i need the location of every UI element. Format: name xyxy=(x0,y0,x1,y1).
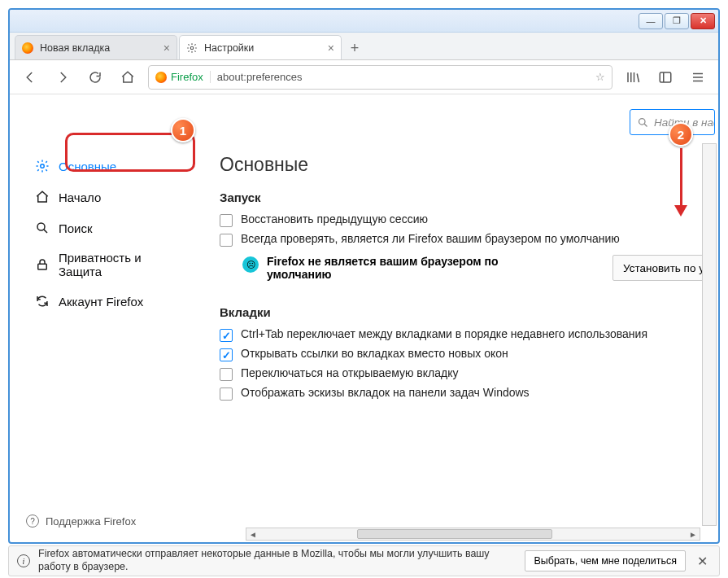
annotation-arrow-head xyxy=(674,205,687,217)
option-always-check-default[interactable]: Всегда проверять, является ли Firefox ва… xyxy=(220,232,710,247)
tab-close-icon[interactable]: × xyxy=(328,42,334,55)
menu-button[interactable] xyxy=(686,65,710,90)
option-label: Открывать ссылки во вкладках вместо новы… xyxy=(241,347,508,360)
page-title: Основные xyxy=(220,154,710,176)
window-minimize-button[interactable]: — xyxy=(639,13,663,29)
back-button[interactable] xyxy=(18,65,42,90)
default-browser-row: ☹ Firefox не является вашим браузером по… xyxy=(242,255,710,281)
scroll-thumb[interactable] xyxy=(357,529,552,539)
identity-label: Firefox xyxy=(171,71,203,83)
svg-point-0 xyxy=(190,46,194,50)
option-ctrl-tab[interactable]: Ctrl+Tab переключает между вкладками в п… xyxy=(220,327,710,342)
scroll-right-arrow[interactable]: ► xyxy=(687,528,700,540)
identity-box: Firefox xyxy=(155,71,211,83)
option-label: Восстановить предыдущую сессию xyxy=(241,212,428,226)
support-link[interactable]: ? Поддержка Firefox xyxy=(26,515,136,528)
tab-label: Настройки xyxy=(204,42,321,54)
telemetry-notification: i Firefox автоматически отправляет некот… xyxy=(8,545,720,576)
set-default-button[interactable]: Установить по умолчанию xyxy=(612,255,710,281)
checkbox[interactable] xyxy=(220,234,233,247)
library-button[interactable] xyxy=(621,65,645,90)
bookmark-star-icon[interactable]: ☆ xyxy=(595,71,605,83)
sidebar-item-label: Приватность и Защита xyxy=(59,251,179,278)
svg-rect-1 xyxy=(660,72,671,82)
window-close-button[interactable]: ✕ xyxy=(691,13,715,29)
home-icon xyxy=(34,189,50,205)
window-titlebar: — ❐ ✕ xyxy=(10,10,718,33)
sidebar-item-label: Начало xyxy=(59,190,101,204)
search-icon xyxy=(637,116,649,129)
option-switch-to-tab[interactable]: Переключаться на открываемую вкладку xyxy=(220,366,710,381)
section-title-tabs: Вкладки xyxy=(220,305,710,319)
option-label: Ctrl+Tab переключает между вкладками в п… xyxy=(241,327,647,340)
sidebar-button[interactable] xyxy=(653,65,678,90)
sidebar-item-search[interactable]: Поиск xyxy=(26,213,187,243)
option-label: Отображать эскизы вкладок на панели зада… xyxy=(241,386,530,399)
notification-message: Firefox автоматически отправляет некотор… xyxy=(38,548,517,573)
checkbox[interactable] xyxy=(220,348,233,361)
nav-toolbar: Firefox about:preferences ☆ xyxy=(10,60,718,94)
gear-icon xyxy=(34,158,50,174)
notification-close-icon[interactable]: ✕ xyxy=(694,554,711,569)
firefox-favicon xyxy=(22,42,33,54)
checkbox[interactable] xyxy=(220,214,233,227)
preferences-sidebar: Основные Начало Поиск Приватность и Защи… xyxy=(10,94,197,542)
svg-point-3 xyxy=(37,223,45,230)
annotation-callout-2: 2 xyxy=(669,122,693,147)
sync-icon xyxy=(34,293,50,309)
scroll-left-arrow[interactable]: ◄ xyxy=(246,528,259,540)
annotation-callout-1: 1 xyxy=(171,118,195,142)
firefox-icon xyxy=(155,72,167,83)
window-maximize-button[interactable]: ❐ xyxy=(665,13,689,29)
support-label: Поддержка Firefox xyxy=(46,515,136,528)
tab-preferences[interactable]: Настройки × xyxy=(179,35,342,59)
search-icon xyxy=(34,220,50,236)
horizontal-scrollbar[interactable]: ◄ ► xyxy=(246,528,700,541)
help-icon: ? xyxy=(26,515,39,528)
option-label: Переключаться на открываемую вкладку xyxy=(241,366,458,379)
section-title-startup: Запуск xyxy=(220,190,710,204)
new-tab-button[interactable]: + xyxy=(343,37,366,59)
option-restore-session[interactable]: Восстановить предыдущую сессию xyxy=(220,212,710,227)
sidebar-item-privacy[interactable]: Приватность и Защита xyxy=(26,244,187,285)
vertical-scrollbar[interactable] xyxy=(702,143,717,526)
sidebar-item-home[interactable]: Начало xyxy=(26,182,187,212)
tab-strip: Новая вкладка × Настройки × + xyxy=(10,33,718,60)
option-taskbar-previews[interactable]: Отображать эскизы вкладок на панели зада… xyxy=(220,386,710,401)
sidebar-item-label: Аккаунт Firefox xyxy=(59,295,143,309)
info-icon: i xyxy=(17,554,30,567)
tab-close-icon[interactable]: × xyxy=(163,42,170,55)
sidebar-item-account[interactable]: Аккаунт Firefox xyxy=(26,287,187,316)
annotation-arrow-line xyxy=(680,148,682,207)
gear-favicon xyxy=(186,42,198,54)
checkbox[interactable] xyxy=(220,329,233,342)
checkbox[interactable] xyxy=(220,388,233,401)
url-text: about:preferences xyxy=(217,71,303,83)
sidebar-item-label: Поиск xyxy=(59,221,93,235)
tab-new[interactable]: Новая вкладка × xyxy=(15,35,177,59)
sidebar-item-general[interactable]: Основные xyxy=(26,151,187,181)
not-default-message: Firefox не является вашим браузером по у… xyxy=(267,255,527,281)
forward-button[interactable] xyxy=(50,65,75,90)
svg-point-2 xyxy=(41,164,45,169)
svg-point-5 xyxy=(639,118,646,125)
option-open-links-tabs[interactable]: Открывать ссылки во вкладках вместо новы… xyxy=(220,347,710,361)
sad-face-icon: ☹ xyxy=(242,256,259,273)
option-label: Всегда проверять, является ли Firefox ва… xyxy=(241,232,620,245)
url-bar[interactable]: Firefox about:preferences ☆ xyxy=(148,65,612,90)
lock-icon xyxy=(34,256,50,273)
browser-window: — ❐ ✕ Новая вкладка × Настройки × + Fire… xyxy=(8,8,720,544)
reload-button[interactable] xyxy=(83,65,107,90)
preferences-main: Найти в настройках Основные Запуск Восст… xyxy=(197,94,718,542)
content-area: Основные Начало Поиск Приватность и Защи… xyxy=(10,94,718,542)
sidebar-item-label: Основные xyxy=(59,160,116,173)
checkbox[interactable] xyxy=(220,368,233,381)
tab-label: Новая вкладка xyxy=(40,42,157,54)
choose-data-button[interactable]: Выбрать, чем мне поделиться xyxy=(525,550,686,571)
home-button[interactable] xyxy=(116,65,140,90)
svg-rect-4 xyxy=(38,264,47,269)
